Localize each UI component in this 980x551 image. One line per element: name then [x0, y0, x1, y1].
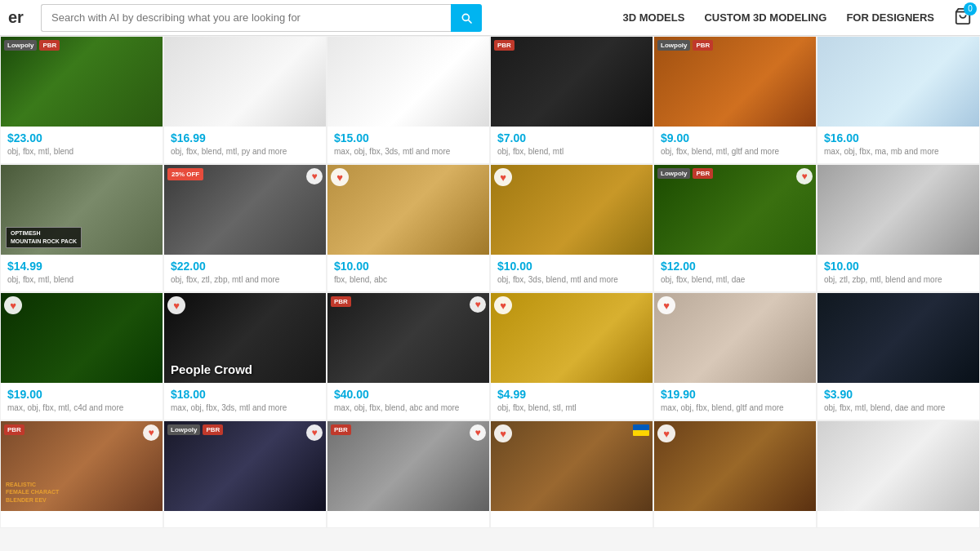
- product-info: $18.00 max, obj, fbx, 3ds, mtl and more: [164, 383, 326, 420]
- realistic-label: REALISTICFEMALE CHARACTBLENDER EEV: [6, 481, 59, 504]
- product-info: $10.00 fbx, blend, abc: [327, 255, 489, 291]
- product-card-12[interactable]: $10.00 obj, ztl, zbp, mtl, blend and mor…: [817, 165, 979, 291]
- product-card-20[interactable]: LowpolyPBR♥: [164, 421, 326, 527]
- optimesh-label: OPTIMESHMOUNTAIN ROCK PACK: [6, 227, 82, 248]
- product-formats: max, obj, fbx, 3ds, mtl and more: [171, 402, 319, 413]
- product-info-empty: [491, 511, 653, 527]
- product-card-8[interactable]: 25% OFF♥ $22.00 obj, fbx, ztl, zbp, mtl …: [164, 165, 326, 291]
- product-info: $16.99 obj, fbx, blend, mtl, py and more: [164, 127, 326, 163]
- favorite-button[interactable]: ♥: [4, 296, 22, 314]
- product-formats: obj, fbx, mtl, blend, dae and more: [824, 402, 973, 413]
- product-thumbnail: PBR: [491, 37, 653, 127]
- badge-pbr: PBR: [4, 424, 24, 435]
- product-thumbnail: People Crowd♥: [164, 293, 326, 383]
- product-card-9[interactable]: ♥ $10.00 fbx, blend, abc: [327, 165, 489, 291]
- favorite-button[interactable]: ♥: [331, 168, 349, 186]
- product-formats: fbx, blend, abc: [334, 274, 483, 285]
- product-formats: max, obj, fbx, blend, abc and more: [334, 402, 483, 413]
- search-input[interactable]: [41, 4, 451, 32]
- product-card-2[interactable]: $16.99 obj, fbx, blend, mtl, py and more: [164, 37, 326, 163]
- product-info-empty: [817, 511, 979, 527]
- product-thumbnail: REALISTICFEMALE CHARACTBLENDER EEVPBR♥: [1, 421, 163, 511]
- product-formats: obj, fbx, 3ds, blend, mtl and more: [497, 274, 646, 285]
- favorite-button[interactable]: ♥: [796, 168, 813, 184]
- product-card-6[interactable]: $16.00 max, obj, fbx, ma, mb and more: [817, 37, 979, 163]
- product-info-empty: [164, 511, 326, 527]
- product-card-7[interactable]: OPTIMESHMOUNTAIN ROCK PACK $14.99 obj, f…: [1, 165, 163, 291]
- cart-icon[interactable]: 0: [954, 7, 972, 29]
- product-info: $3.90 obj, fbx, mtl, blend, dae and more: [817, 383, 979, 420]
- product-card-14[interactable]: People Crowd♥ $18.00 max, obj, fbx, 3ds,…: [164, 293, 326, 420]
- product-card-19[interactable]: REALISTICFEMALE CHARACTBLENDER EEVPBR♥: [1, 421, 163, 527]
- site-header: er 3D MODELS CUSTOM 3D MODELING FOR DESI…: [0, 0, 980, 36]
- favorite-button[interactable]: ♥: [494, 424, 512, 442]
- cart-count: 0: [964, 2, 977, 16]
- product-price: $16.00: [824, 131, 973, 144]
- favorite-button[interactable]: ♥: [306, 168, 323, 184]
- product-card-4[interactable]: PBR $7.00 obj, fbx, blend, mtl: [491, 37, 653, 163]
- favorite-button[interactable]: ♥: [657, 296, 675, 314]
- product-price: $40.00: [334, 388, 483, 401]
- product-formats: max, obj, fbx, blend, gltf and more: [661, 402, 809, 413]
- product-card-23[interactable]: ♥: [654, 421, 816, 527]
- favorite-button[interactable]: ♥: [167, 296, 185, 314]
- product-card-3[interactable]: $15.00 max, obj, fbx, 3ds, mtl and more: [327, 37, 489, 163]
- favorite-button[interactable]: ♥: [494, 168, 512, 186]
- product-card-16[interactable]: ♥ $4.99 obj, fbx, blend, stl, mtl: [491, 293, 653, 420]
- product-price: $18.00: [171, 388, 319, 401]
- product-thumbnail: ♥: [327, 165, 489, 255]
- product-price: $10.00: [334, 260, 483, 273]
- product-formats: max, obj, fbx, mtl, c4d and more: [7, 402, 156, 413]
- product-thumbnail: LowpolyPBR♥: [654, 165, 816, 255]
- product-thumbnail: [817, 293, 979, 383]
- product-info-empty: [1, 511, 163, 527]
- favorite-button[interactable]: ♥: [657, 424, 675, 442]
- product-card-17[interactable]: ♥ $19.90 max, obj, fbx, blend, gltf and …: [654, 293, 816, 420]
- product-formats: obj, fbx, blend, mtl: [497, 146, 646, 157]
- favorite-button[interactable]: ♥: [470, 296, 486, 313]
- favorite-button[interactable]: ♥: [470, 424, 486, 441]
- badge-lowpoly: Lowpoly: [4, 40, 37, 51]
- favorite-button[interactable]: ♥: [494, 296, 512, 314]
- product-card-5[interactable]: LowpolyPBR $9.00 obj, fbx, blend, mtl, g…: [654, 37, 816, 163]
- favorite-button[interactable]: ♥: [143, 424, 159, 441]
- product-info: $19.90 max, obj, fbx, blend, gltf and mo…: [654, 383, 816, 420]
- nav-3d-models[interactable]: 3D MODELS: [623, 11, 685, 24]
- nav-custom-modeling[interactable]: CUSTOM 3D MODELING: [704, 11, 826, 24]
- search-button[interactable]: [451, 4, 482, 32]
- product-thumbnail: LowpolyPBR: [654, 37, 816, 127]
- product-card-10[interactable]: ♥ $10.00 obj, fbx, 3ds, blend, mtl and m…: [491, 165, 653, 291]
- badge-container: LowpolyPBR: [4, 40, 60, 51]
- badge-container: LowpolyPBR: [167, 424, 223, 435]
- product-grid: LowpolyPBR $23.00 obj, fbx, mtl, blend $…: [0, 36, 980, 528]
- product-info: $7.00 obj, fbx, blend, mtl: [491, 127, 653, 163]
- crowd-label: People Crowd: [171, 362, 252, 376]
- product-card-24[interactable]: [817, 421, 979, 527]
- product-card-11[interactable]: LowpolyPBR♥ $12.00 obj, fbx, blend, mtl,…: [654, 165, 816, 291]
- nav-for-designers[interactable]: FOR DESIGNERS: [846, 11, 934, 24]
- product-info: $23.00 obj, fbx, mtl, blend: [1, 127, 163, 163]
- product-formats: obj, fbx, blend, mtl, dae: [661, 274, 809, 285]
- product-thumbnail: ♥: [1, 293, 163, 383]
- product-card-13[interactable]: ♥ $19.00 max, obj, fbx, mtl, c4d and mor…: [1, 293, 163, 420]
- product-formats: obj, fbx, blend, mtl, py and more: [171, 146, 319, 157]
- product-card-21[interactable]: PBR♥: [327, 421, 489, 527]
- product-thumbnail: OPTIMESHMOUNTAIN ROCK PACK: [1, 165, 163, 255]
- product-card-22[interactable]: ♥: [491, 421, 653, 527]
- product-thumbnail: ♥: [491, 293, 653, 383]
- product-info: $16.00 max, obj, fbx, ma, mb and more: [817, 127, 979, 163]
- product-card-15[interactable]: PBR♥ $40.00 max, obj, fbx, blend, abc an…: [327, 293, 489, 420]
- product-thumbnail: ♥: [491, 421, 653, 511]
- product-price: $19.90: [661, 388, 809, 401]
- badge-container: LowpolyPBR: [657, 168, 713, 179]
- product-info-empty: [327, 511, 489, 527]
- product-thumbnail: 25% OFF♥: [164, 165, 326, 255]
- badge-lowpoly: Lowpoly: [167, 424, 200, 435]
- product-formats: obj, fbx, mtl, blend: [7, 274, 156, 285]
- favorite-button[interactable]: ♥: [306, 424, 323, 441]
- product-info: $19.00 max, obj, fbx, mtl, c4d and more: [1, 383, 163, 420]
- badge-container: LowpolyPBR: [657, 40, 713, 51]
- product-card-18[interactable]: $3.90 obj, fbx, mtl, blend, dae and more: [817, 293, 979, 420]
- product-info: $9.00 obj, fbx, blend, mtl, gltf and mor…: [654, 127, 816, 163]
- product-card-1[interactable]: LowpolyPBR $23.00 obj, fbx, mtl, blend: [1, 37, 163, 163]
